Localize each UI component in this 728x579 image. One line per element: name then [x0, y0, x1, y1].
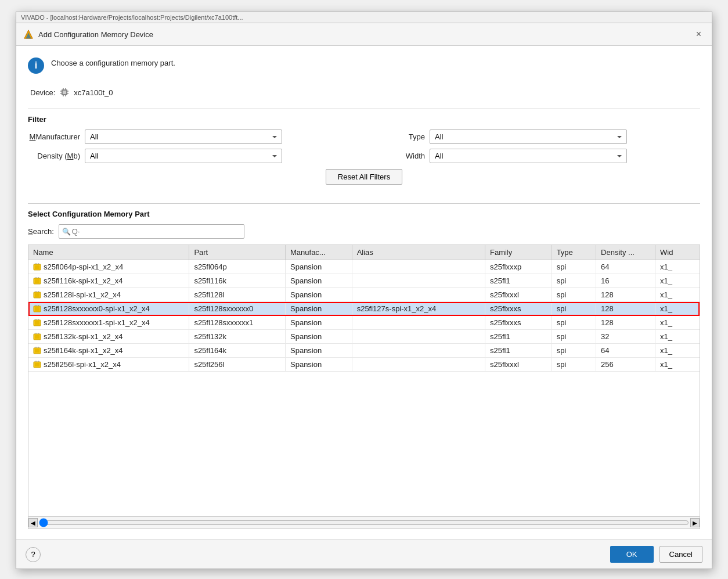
- table-cell-part: s25fl128sxxxxxx0: [189, 302, 286, 316]
- table-cell-name: s25fl128sxxxxxx0-spi-x1_x2_x4 开发板对应的flas…: [28, 302, 189, 316]
- info-icon: i: [28, 57, 44, 74]
- table-cell-part: s25fl256l: [189, 358, 286, 372]
- table-cell-family: s25flxxxl: [485, 288, 552, 302]
- table-cell-type: spi: [552, 274, 596, 288]
- table-cell-name: s25fl128sxxxxxx1-spi-x1_x2_x4: [28, 316, 189, 330]
- dialog-title: Add Configuration Memory Device: [38, 30, 153, 39]
- flash-icon: [33, 263, 41, 271]
- table-cell-manufacturer: Spansion: [286, 316, 352, 330]
- table-row[interactable]: s25fl256l-spi-x1_x2_x4 s25fl256lSpansion…: [28, 358, 700, 372]
- type-select[interactable]: All: [430, 130, 627, 144]
- table-cell-alias: [352, 288, 485, 302]
- table-body: s25fl064p-spi-x1_x2_x4 s25fl064pSpansion…: [28, 260, 700, 372]
- search-row: Search: 🔍: [28, 224, 700, 239]
- search-input-wrap: 🔍: [59, 224, 244, 239]
- table-scroll[interactable]: Name Part Manufac... Alias Family Type D…: [28, 245, 700, 516]
- manufacturer-row: MManufacturer All: [28, 130, 355, 144]
- table-cell-name: s25fl128l-spi-x1_x2_x4: [28, 288, 189, 302]
- table-cell-manufacturer: Spansion: [286, 260, 352, 274]
- top-bar: VIVADO - [localhost:Hardware/Projects/lo…: [16, 12, 712, 23]
- table-cell-family: s25fl1: [485, 274, 552, 288]
- table-row[interactable]: s25fl128sxxxxxx1-spi-x1_x2_x4 s25fl128sx…: [28, 316, 700, 330]
- density-row: Density (Mb) All: [28, 149, 355, 163]
- table-cell-manufacturer: Spansion: [286, 344, 352, 358]
- table-cell-part: s25fl128sxxxxxx1: [189, 316, 286, 330]
- width-label: Width: [373, 152, 425, 160]
- table-cell-manufacturer: Spansion: [286, 330, 352, 344]
- type-label: Type: [373, 132, 425, 141]
- table-cell-part: s25fl164k: [189, 344, 286, 358]
- width-select[interactable]: All: [430, 149, 627, 163]
- table-row[interactable]: s25fl116k-spi-x1_x2_x4 s25fl116kSpansion…: [28, 274, 700, 288]
- col-header-family: Family: [485, 245, 552, 260]
- dialog-footer: ? OK Cancel: [16, 540, 712, 569]
- table-cell-name: s25fl132k-spi-x1_x2_x4: [28, 330, 189, 344]
- table-cell-manufacturer: Spansion: [286, 302, 352, 316]
- table-cell-type: spi: [552, 316, 596, 330]
- table-row[interactable]: s25fl064p-spi-x1_x2_x4 s25fl064pSpansion…: [28, 260, 700, 274]
- table-cell-part: s25fl132k: [189, 330, 286, 344]
- table-cell-family: s25fl1: [485, 330, 552, 344]
- table-cell-width: x1_: [655, 316, 700, 330]
- search-icon: 🔍: [62, 228, 71, 236]
- density-label-text: Density (Mb): [37, 152, 80, 160]
- table-cell-width: x1_: [655, 344, 700, 358]
- search-label: Search:: [28, 227, 54, 236]
- title-bar-left: Add Configuration Memory Device: [23, 29, 153, 39]
- col-header-alias: Alias: [352, 245, 485, 260]
- manufacturer-select[interactable]: All: [85, 130, 282, 144]
- table-cell-type: spi: [552, 358, 596, 372]
- footer-left: ?: [26, 547, 41, 562]
- table-cell-density: 256: [596, 358, 655, 372]
- table-cell-width: x1_: [655, 274, 700, 288]
- h-scrollbar-input[interactable]: [39, 519, 689, 527]
- device-row: Device: xc7a100t_0: [30, 88, 700, 97]
- table-cell-alias: [352, 330, 485, 344]
- cancel-button[interactable]: Cancel: [659, 546, 702, 563]
- flash-icon: [33, 361, 41, 369]
- col-header-density: Density ...: [596, 245, 655, 260]
- manufacturer-label-text: Manufacturer: [35, 132, 80, 141]
- flash-icon: [33, 291, 41, 299]
- table-row[interactable]: s25fl164k-spi-x1_x2_x4 s25fl164kSpansion…: [28, 344, 700, 358]
- svg-rect-21: [35, 293, 39, 297]
- density-select[interactable]: All: [85, 149, 282, 163]
- table-cell-manufacturer: Spansion: [286, 274, 352, 288]
- col-header-type: Type: [552, 245, 596, 260]
- table-cell-width: x1_: [655, 358, 700, 372]
- table-cell-density: 128: [596, 302, 655, 316]
- table-header-row: Name Part Manufac... Alias Family Type D…: [28, 245, 700, 260]
- add-config-memory-dialog: VIVADO - [localhost:Hardware/Projects/lo…: [16, 12, 712, 569]
- horizontal-scrollbar[interactable]: ◀ ▶: [28, 516, 700, 528]
- table-row[interactable]: s25fl128sxxxxxx0-spi-x1_x2_x4 开发板对应的flas…: [28, 302, 700, 316]
- flash-icon: [33, 305, 41, 313]
- table-cell-density: 128: [596, 316, 655, 330]
- table-row[interactable]: s25fl128l-spi-x1_x2_x4 s25fl128lSpansion…: [28, 288, 700, 302]
- table-cell-density: 128: [596, 288, 655, 302]
- filter-grid: MManufacturer All Type All Density: [28, 130, 700, 163]
- table-cell-family: s25fl1: [485, 344, 552, 358]
- reset-filters-button[interactable]: Reset All Filters: [326, 169, 402, 185]
- reset-btn-row: Reset All Filters: [28, 169, 700, 185]
- table-row[interactable]: s25fl132k-spi-x1_x2_x4 s25fl132kSpansion…: [28, 330, 700, 344]
- table-cell-density: 32: [596, 330, 655, 344]
- flash-icon: [33, 347, 41, 355]
- chip-icon: [60, 88, 69, 97]
- table-cell-name: s25fl116k-spi-x1_x2_x4: [28, 274, 189, 288]
- search-input[interactable]: [59, 224, 244, 239]
- table-cell-name: s25fl064p-spi-x1_x2_x4: [28, 260, 189, 274]
- table-cell-alias: [352, 316, 485, 330]
- col-header-width: Wid: [655, 245, 700, 260]
- ok-button[interactable]: OK: [610, 546, 654, 563]
- table-cell-type: spi: [552, 302, 596, 316]
- scroll-left-arrow[interactable]: ◀: [28, 518, 38, 527]
- scroll-right-arrow[interactable]: ▶: [690, 518, 700, 527]
- close-button[interactable]: ×: [693, 28, 705, 41]
- table-cell-name: s25fl164k-spi-x1_x2_x4: [28, 344, 189, 358]
- table-cell-density: 64: [596, 344, 655, 358]
- filter-title: Filter: [28, 115, 700, 124]
- info-row: i Choose a configuration memory part.: [28, 56, 700, 74]
- table-cell-manufacturer: Spansion: [286, 288, 352, 302]
- table-cell-manufacturer: Spansion: [286, 358, 352, 372]
- help-button[interactable]: ?: [26, 547, 41, 562]
